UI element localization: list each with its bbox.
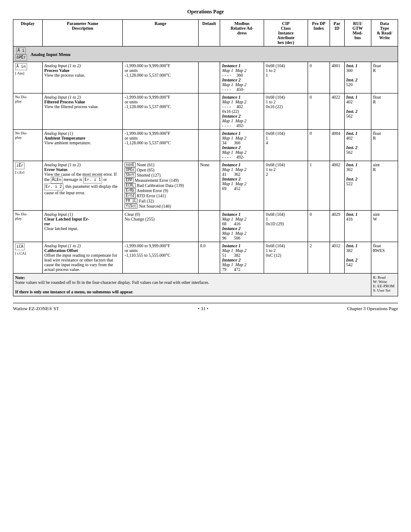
cell-modbus: Instance 1 Map 1 Map 2 - - - - 360 Insta… <box>220 62 264 93</box>
cell-prodp: 0 <box>308 211 330 242</box>
cell-modbus: Instance 1 Map 1 Map 2 - - - - 402 0x16 … <box>220 93 264 130</box>
cell-rui: Inst. 1362 Inst. 2522 <box>344 161 371 211</box>
note-row: Note: Some values will be rounded off to… <box>13 274 398 296</box>
note-text: Note: Some values will be rounded off to… <box>13 274 371 296</box>
cell-range: -1,999.000 to 9,999.000°For units-1,128.… <box>123 93 198 130</box>
cell-default <box>198 62 220 93</box>
cell-param: Analog Input (1) Ambient Temperature Vie… <box>42 130 123 161</box>
cell-rui: Inst. 1402 Inst. 2562 <box>344 93 371 130</box>
footer-right: Chapter 3 Operations Page <box>347 306 398 311</box>
cell-cip: 0x68 (104)10x1D (29) <box>264 211 308 242</box>
note-legend: R: ReadW: WriteE: EE-PROMS: User Set <box>371 274 398 296</box>
cell-modbus: Instance 1 Map 1 Map 2 41 362 Instance 2… <box>220 161 264 211</box>
cell-range: -1,999.000 to 9,999.000°For units-1,128.… <box>123 62 198 93</box>
header-par: ParID <box>330 20 344 47</box>
cell-param: Analog Input (1 to 2) Filtered Process V… <box>42 93 123 130</box>
table-row: No Dis-play Analog Input (1 to 2) Filter… <box>13 93 398 130</box>
cell-default: 0.0 <box>198 242 220 274</box>
table-row: No Dis-play Analog Input (1) Clear Latch… <box>13 211 398 242</box>
cell-cip: 0x68 (104)1 to 20xC (12) <box>264 242 308 274</box>
table-row: Ā in [ Ain] Analog Input (1 to 2) Proces… <box>13 62 398 93</box>
cell-datatype: uintR <box>371 161 398 211</box>
cell-range: -1,999.000 to 9,999.000°For units-1,110.… <box>123 242 198 274</box>
cell-par: 4001 <box>330 62 344 93</box>
cell-datatype: floatRWES <box>371 242 398 274</box>
main-table: Display Parameter NameDescription Range … <box>13 19 398 296</box>
cell-default <box>198 93 220 130</box>
cell-cip: 0x68 (104)14 <box>264 130 308 161</box>
cell-range: -1,999.000 to 9,999.000°For units-1,128.… <box>123 130 198 161</box>
cell-modbus: Instance 1 Map 1 Map 2 34 366 Instance 2… <box>220 130 264 161</box>
cell-prodp: 1 <box>308 161 330 211</box>
footer: Watlow EZ-ZONE® ST • 31 • Chapter 3 Oper… <box>13 303 398 311</box>
table-row: iCA [ i.CA] Analog Input (1 to 2) Calibr… <box>13 242 398 274</box>
cell-param: Analog Input (1 to 2) Error Status View … <box>42 161 123 211</box>
footer-left: Watlow EZ-ZONE® ST <box>13 306 59 311</box>
cell-datatype: floatR <box>371 93 398 130</box>
cell-par: 4002 <box>330 161 344 211</box>
section-menu-label: Analog Input Menu <box>31 52 71 57</box>
cell-rui: Inst. 1382 Inst. 2542 <box>344 242 371 274</box>
cell-modbus: Instance 1 Map 1 Map 2 68 416 Instance 2… <box>220 211 264 242</box>
cell-param: Analog Input (1) Clear Latched Input Er-… <box>42 211 123 242</box>
cell-param: Analog Input (1 to 2) Process Value View… <box>42 62 123 93</box>
table-row: iĒr [ i.Er] Analog Input (1 to 2) Error … <box>13 161 398 211</box>
header-prodp: Pro DPIndex <box>308 20 330 47</box>
cell-prodp: 2 <box>308 242 330 274</box>
cell-range: nonE None (61) OPEn Open (65) Shrt Short… <box>123 161 198 211</box>
cell-rui: Inst. 1416 <box>344 211 371 242</box>
cell-par: 4012 <box>330 242 344 274</box>
cell-display: No Dis-play <box>13 130 43 161</box>
cell-prodp: 0 <box>308 93 330 130</box>
page-title: Operations Page <box>13 9 398 15</box>
cell-par: 4029 <box>330 211 344 242</box>
cell-rui: Inst. 1402 Inst. 2562 <box>344 130 371 161</box>
cell-default <box>198 211 220 242</box>
cell-display: No Dis-play <box>13 93 43 130</box>
cell-modbus: Instance 1 Map 1 Map 2 51 382 Instance 2… <box>220 242 264 274</box>
cell-par: 4004 <box>330 130 344 161</box>
section-display-bottom: ōPĒr <box>15 54 27 61</box>
cell-datatype: floatR <box>371 130 398 161</box>
header-param: Parameter NameDescription <box>42 20 123 47</box>
cell-prodp: 0 <box>308 130 330 161</box>
cell-cip: 0x68 (104)1 to 21 <box>264 62 308 93</box>
header-data: DataType& Read/Write <box>371 20 398 47</box>
header-modbus: ModbusRelative Ad-dress <box>220 20 264 47</box>
cell-default: None <box>198 161 220 211</box>
header-cip: CIPClassInstanceAttributehex (dec) <box>264 20 308 47</box>
header-rui: RUI/GTWMod-bus <box>344 20 371 47</box>
section-display-top: Ā i <box>16 47 26 54</box>
header-default: Default <box>198 20 220 47</box>
cell-default <box>198 130 220 161</box>
table-row: No Dis-play Analog Input (1) Ambient Tem… <box>13 130 398 161</box>
cell-par: 4022 <box>330 93 344 130</box>
cell-param: Analog Input (1 to 2) Calibration Offset… <box>42 242 123 274</box>
cell-datatype: floatR <box>371 62 398 93</box>
cell-range: Clear (0)No Change (255) <box>123 211 198 242</box>
cell-datatype: uintW <box>371 211 398 242</box>
section-header-row: Ā i ōPĒr Analog Input Menu <box>13 47 398 62</box>
header-range: Range <box>123 20 198 47</box>
cell-cip: 0x68 (104)1 to 20x16 (22) <box>264 93 308 130</box>
cell-display: No Dis-play <box>13 211 43 242</box>
cell-cip: 0x68 (104)1 to 22 <box>264 161 308 211</box>
header-display: Display <box>13 20 43 47</box>
cell-display: Ā in [ Ain] <box>13 62 43 93</box>
cell-display: iCA [ i.CA] <box>13 242 43 274</box>
footer-center: • 31 • <box>198 306 208 311</box>
cell-display: iĒr [ i.Er] <box>13 161 43 211</box>
cell-rui: Inst. 1360 Inst. 2520 <box>344 62 371 93</box>
cell-prodp: 0 <box>308 62 330 93</box>
